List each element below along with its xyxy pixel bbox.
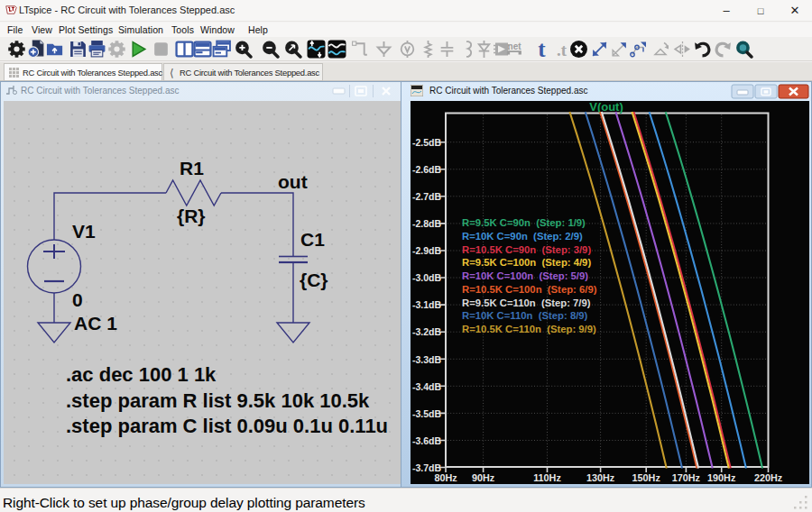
svg-text:R=10K C=90n (Step: 2/9): R=10K C=90n (Step: 2/9) [462,231,583,242]
svg-text:R=10.5K C=100n (Step: 6/9): R=10.5K C=100n (Step: 6/9) [462,284,597,295]
svg-text:R=10.5K C=90n (Step: 3/9): R=10.5K C=90n (Step: 3/9) [462,244,591,255]
svg-text:V1: V1 [72,221,96,242]
svg-text:.step param R list 9.5k 10k 10: .step param R list 9.5k 10k 10.5k [66,389,370,412]
svg-text:-3.7dB: -3.7dB [412,462,442,473]
svg-text:.ac dec 100 1 1k: .ac dec 100 1 1k [66,363,217,386]
svg-text:R1: R1 [180,158,204,178]
svg-text:R=10K C=100n (Step: 5/9): R=10K C=100n (Step: 5/9) [462,270,588,281]
svg-text:t: t [538,40,546,59]
svg-text:-3.5dB: -3.5dB [412,408,442,419]
svg-text:C1: C1 [300,229,325,250]
svg-text:-3.6dB: -3.6dB [412,435,442,446]
svg-text:.step param C list 0.09u 0.1u: .step param C list 0.09u 0.1u 0.11u [66,415,388,437]
svg-text:R=9.5K C=90n (Step: 1/9): R=9.5K C=90n (Step: 1/9) [462,217,586,228]
svg-text:R=10.5K C=110n (Step: 9/9): R=10.5K C=110n (Step: 9/9) [462,324,596,334]
svg-text:0: 0 [72,289,83,310]
svg-text:80Hz: 80Hz [434,472,457,483]
svg-text:-3.0dB: -3.0dB [412,272,442,283]
svg-text:.t: .t [557,41,567,59]
svg-text:90Hz: 90Hz [472,472,495,483]
svg-text:-3.2dB: -3.2dB [412,326,442,337]
svg-text:V(out): V(out) [589,101,623,114]
svg-text:220Hz: 220Hz [754,472,783,483]
svg-text:R=9.5K C=110n (Step: 7/9): R=9.5K C=110n (Step: 7/9) [462,297,591,308]
svg-text:170Hz: 170Hz [672,472,701,483]
svg-text:{C}: {C} [300,270,328,290]
svg-text:R=9.5K C=100n (Step: 4/9): R=9.5K C=100n (Step: 4/9) [462,257,591,268]
svg-text:-2.7dB: -2.7dB [412,191,442,202]
svg-text:-2.9dB: -2.9dB [412,245,442,256]
svg-text:R=10K C=110n (Step: 8/9): R=10K C=110n (Step: 8/9) [462,310,588,321]
svg-text:150Hz: 150Hz [632,472,661,483]
svg-text:130Hz: 130Hz [586,472,615,483]
svg-text:190Hz: 190Hz [707,472,736,483]
svg-text:out: out [278,171,308,192]
svg-text:-2.8dB: -2.8dB [412,218,442,229]
svg-text:AC 1: AC 1 [74,313,117,334]
svg-text:-2.5dB: -2.5dB [412,137,442,148]
svg-text:-3.3dB: -3.3dB [412,354,442,365]
svg-text:-3.4dB: -3.4dB [412,381,442,392]
svg-text:-3.1dB: -3.1dB [412,299,442,310]
svg-text:110Hz: 110Hz [533,472,561,483]
svg-text:{R}: {R} [177,206,206,226]
svg-text:net: net [508,41,522,51]
svg-text:-2.6dB: -2.6dB [412,164,442,175]
